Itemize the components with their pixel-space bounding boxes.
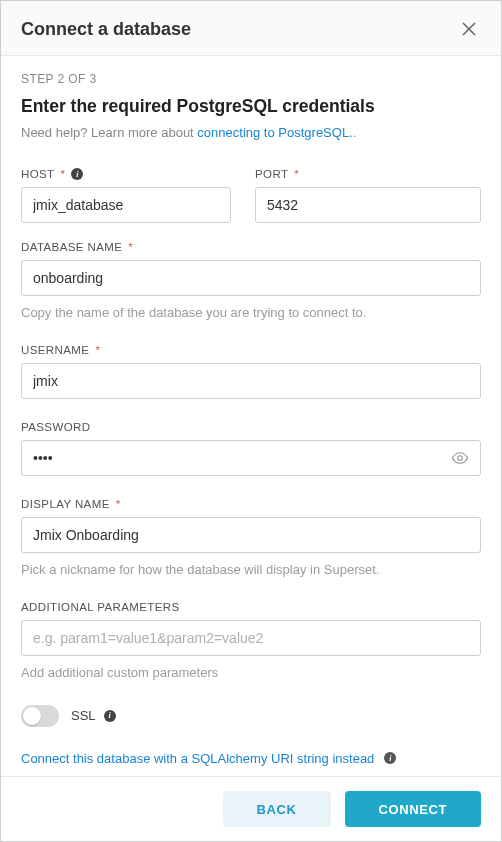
additional-params-label: ADDITIONAL PARAMETERS (21, 601, 481, 613)
display-name-label-text: DISPLAY NAME (21, 498, 110, 510)
close-icon (461, 21, 477, 37)
database-name-field: DATABASE NAME * Copy the name of the dat… (21, 241, 481, 322)
password-label: PASSWORD (21, 421, 481, 433)
toggle-password-visibility-button[interactable] (447, 445, 473, 471)
host-label: HOST * i (21, 168, 231, 180)
display-name-hint: Pick a nickname for how the database wil… (21, 561, 481, 579)
modal-footer: BACK CONNECT (1, 776, 501, 841)
host-field: HOST * i (21, 168, 231, 223)
ssl-row: SSL i (21, 705, 481, 727)
sqlalchemy-alt-row: Connect this database with a SQLAlchemy … (21, 751, 481, 766)
close-button[interactable] (457, 17, 481, 41)
required-asterisk: * (128, 241, 133, 253)
required-asterisk: * (61, 168, 66, 180)
connect-database-modal: Connect a database STEP 2 OF 3 Enter the… (0, 0, 502, 842)
port-label-text: PORT (255, 168, 288, 180)
username-input[interactable] (21, 363, 481, 399)
database-name-input[interactable] (21, 260, 481, 296)
help-suffix: . (353, 125, 357, 140)
host-input[interactable] (21, 187, 231, 223)
step-indicator: STEP 2 OF 3 (21, 72, 481, 86)
svg-point-2 (458, 456, 463, 461)
additional-params-hint: Add additional custom parameters (21, 664, 481, 682)
host-label-text: HOST (21, 168, 55, 180)
back-button[interactable]: BACK (223, 791, 331, 827)
display-name-field: DISPLAY NAME * Pick a nickname for how t… (21, 498, 481, 579)
help-prefix: Need help? Learn more about (21, 125, 197, 140)
modal-title: Connect a database (21, 19, 191, 40)
port-label: PORT * (255, 168, 481, 180)
help-text: Need help? Learn more about connecting t… (21, 125, 481, 140)
additional-params-field: ADDITIONAL PARAMETERS Add additional cus… (21, 601, 481, 682)
modal-header: Connect a database (1, 1, 501, 56)
help-link[interactable]: connecting to PostgreSQL. (197, 125, 352, 140)
username-field: USERNAME * (21, 344, 481, 399)
ssl-toggle[interactable] (21, 705, 59, 727)
ssl-label: SSL i (71, 708, 116, 723)
additional-params-label-text: ADDITIONAL PARAMETERS (21, 601, 180, 613)
connect-button[interactable]: CONNECT (345, 791, 481, 827)
info-icon[interactable]: i (104, 710, 116, 722)
required-asterisk: * (116, 498, 121, 510)
eye-icon (451, 449, 469, 467)
additional-params-input[interactable] (21, 620, 481, 656)
display-name-label: DISPLAY NAME * (21, 498, 481, 510)
display-name-input[interactable] (21, 517, 481, 553)
password-field: PASSWORD (21, 421, 481, 476)
info-icon[interactable]: i (71, 168, 83, 180)
toggle-knob (23, 707, 41, 725)
database-name-label: DATABASE NAME * (21, 241, 481, 253)
page-title: Enter the required PostgreSQL credential… (21, 96, 481, 117)
ssl-label-text: SSL (71, 708, 96, 723)
sqlalchemy-uri-link[interactable]: Connect this database with a SQLAlchemy … (21, 751, 374, 766)
username-label-text: USERNAME (21, 344, 89, 356)
database-name-hint: Copy the name of the database you are tr… (21, 304, 481, 322)
info-icon[interactable]: i (384, 752, 396, 764)
password-input[interactable] (21, 440, 481, 476)
required-asterisk: * (95, 344, 100, 356)
username-label: USERNAME * (21, 344, 481, 356)
modal-body[interactable]: STEP 2 OF 3 Enter the required PostgreSQ… (1, 56, 501, 776)
port-field: PORT * (255, 168, 481, 223)
port-input[interactable] (255, 187, 481, 223)
required-asterisk: * (294, 168, 299, 180)
password-label-text: PASSWORD (21, 421, 90, 433)
database-name-label-text: DATABASE NAME (21, 241, 122, 253)
